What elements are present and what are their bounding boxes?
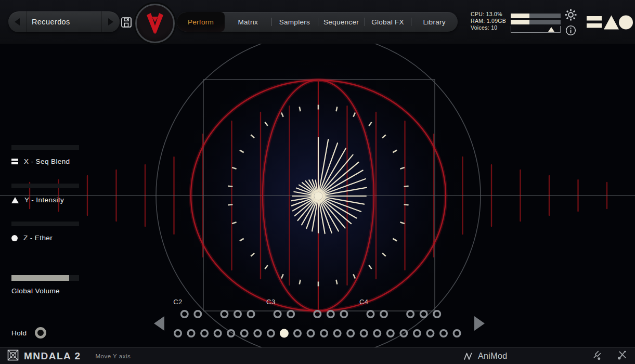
animod-label: AniMod xyxy=(478,352,508,361)
white-note-key[interactable] xyxy=(453,330,460,337)
white-note-key[interactable] xyxy=(254,330,261,337)
white-note-key[interactable] xyxy=(414,330,421,337)
white-note-key[interactable] xyxy=(188,330,195,337)
tab-perform[interactable]: Perform xyxy=(177,12,225,32)
black-note-key[interactable] xyxy=(181,311,188,318)
tick-dash xyxy=(228,204,232,205)
white-note-key[interactable] xyxy=(360,330,367,337)
white-note-key[interactable] xyxy=(294,330,301,337)
volume-slider-fill[interactable] xyxy=(11,275,69,281)
octave-label: C2 xyxy=(173,298,183,306)
white-note-key[interactable] xyxy=(307,330,314,337)
black-note-key[interactable] xyxy=(195,311,201,318)
animod-wave-icon xyxy=(463,352,474,361)
tick-dash xyxy=(300,107,301,111)
maker-logo xyxy=(586,10,633,37)
gain-slider-handle[interactable] xyxy=(548,27,554,32)
z-axis-label: Z - Ether xyxy=(23,234,53,242)
tab-library[interactable]: Library xyxy=(411,12,458,32)
mndala-mark-icon xyxy=(7,349,19,363)
perform-visualizer[interactable]: C2C3C4 xyxy=(0,0,635,364)
y-slider-track[interactable] xyxy=(11,184,79,188)
white-note-key[interactable] xyxy=(387,330,394,337)
kill-notes-button[interactable] xyxy=(616,349,628,363)
tick-dash xyxy=(336,107,337,111)
black-note-key[interactable] xyxy=(221,311,228,318)
global-volume: Global Volume xyxy=(11,275,79,295)
plugin-window: C2C3C4 Recuerdos xyxy=(0,0,635,364)
hold-control: Hold xyxy=(11,327,46,339)
animod-button[interactable]: AniMod xyxy=(463,352,508,361)
black-note-key[interactable] xyxy=(235,311,241,318)
bars-icon xyxy=(11,159,18,164)
hold-toggle[interactable] xyxy=(35,327,46,339)
volume-label: Global Volume xyxy=(11,287,60,295)
black-note-key[interactable] xyxy=(407,311,414,318)
tick-dash xyxy=(300,280,301,284)
x-axis-label: X - Seq Blend xyxy=(24,158,70,165)
active-note-key[interactable] xyxy=(280,329,289,338)
white-note-key[interactable] xyxy=(440,330,447,337)
floppy-disk-icon xyxy=(120,16,133,29)
x-slider-track[interactable] xyxy=(11,145,79,150)
preset-selector: Recuerdos xyxy=(8,11,120,32)
white-note-key[interactable] xyxy=(347,330,354,337)
bars-triangle-circle-icon xyxy=(586,10,633,35)
tick-dash xyxy=(404,186,409,187)
footer-icons xyxy=(590,349,628,363)
tuning-button[interactable] xyxy=(590,349,602,363)
tuning-fork-icon xyxy=(590,349,602,361)
output-gain-slider[interactable] xyxy=(511,26,561,33)
meter-bar-left xyxy=(511,14,561,18)
tick-dash xyxy=(228,186,232,187)
preset-next-button[interactable] xyxy=(102,11,120,32)
top-bar: Recuerdos PerformMatrixSamplersSequencer… xyxy=(0,0,635,44)
preset-prev-button[interactable] xyxy=(8,11,26,32)
crossed-note-icon xyxy=(616,349,628,361)
octave-label: C4 xyxy=(359,298,369,306)
black-note-key[interactable] xyxy=(420,311,427,318)
info-button[interactable] xyxy=(565,25,576,37)
white-note-key[interactable] xyxy=(241,330,248,337)
volume-slider-track[interactable] xyxy=(11,275,79,281)
tab-matrix[interactable]: Matrix xyxy=(225,12,271,32)
hold-label: Hold xyxy=(11,329,27,337)
white-note-key[interactable] xyxy=(214,330,221,337)
keyboard-scroll-left-button[interactable] xyxy=(154,316,164,331)
octave-label: C3 xyxy=(266,298,276,306)
output-meter xyxy=(511,14,561,33)
gear-icon xyxy=(564,8,577,21)
tab-sequencer[interactable]: Sequencer xyxy=(318,12,365,32)
black-note-key[interactable] xyxy=(434,311,440,318)
settings-button[interactable] xyxy=(564,8,577,23)
keyboard-scroll-right-button[interactable] xyxy=(474,316,485,331)
white-note-key[interactable] xyxy=(268,330,275,337)
tab-bar: PerformMatrixSamplersSequencerGlobal FXL… xyxy=(177,12,458,32)
app-name: MNDALA 2 xyxy=(24,350,81,362)
save-preset-button[interactable] xyxy=(120,16,133,29)
tick-dash xyxy=(336,280,337,284)
white-note-key[interactable] xyxy=(374,330,381,337)
system-stats: CPU: 13.0% RAM: 1.09GB Voices: 10 xyxy=(471,11,506,31)
circle-icon xyxy=(11,235,18,241)
macro-z: Z - Ether xyxy=(11,222,79,242)
tab-samplers[interactable]: Samplers xyxy=(271,12,318,32)
xy-cursor[interactable] xyxy=(314,192,322,200)
z-slider-track[interactable] xyxy=(11,222,79,226)
white-note-key[interactable] xyxy=(321,330,328,337)
cpu-stat: CPU: 13.0% xyxy=(471,11,506,18)
next-arrow-icon xyxy=(108,18,113,25)
white-note-key[interactable] xyxy=(427,330,434,337)
tab-global-fx[interactable]: Global FX xyxy=(365,12,411,32)
app-logo[interactable] xyxy=(135,4,175,43)
white-note-key[interactable] xyxy=(334,330,341,337)
prev-arrow-icon xyxy=(15,18,20,25)
info-icon xyxy=(565,25,576,36)
white-note-key[interactable] xyxy=(175,330,182,337)
v-logo-icon xyxy=(142,11,167,36)
preset-name[interactable]: Recuerdos xyxy=(26,11,102,32)
meter-bar-right xyxy=(511,20,561,24)
macro-y: Y - Intensity xyxy=(11,184,79,204)
white-note-key[interactable] xyxy=(201,330,208,337)
status-bar: MNDALA 2 Move Y axis AniMod xyxy=(0,347,635,364)
